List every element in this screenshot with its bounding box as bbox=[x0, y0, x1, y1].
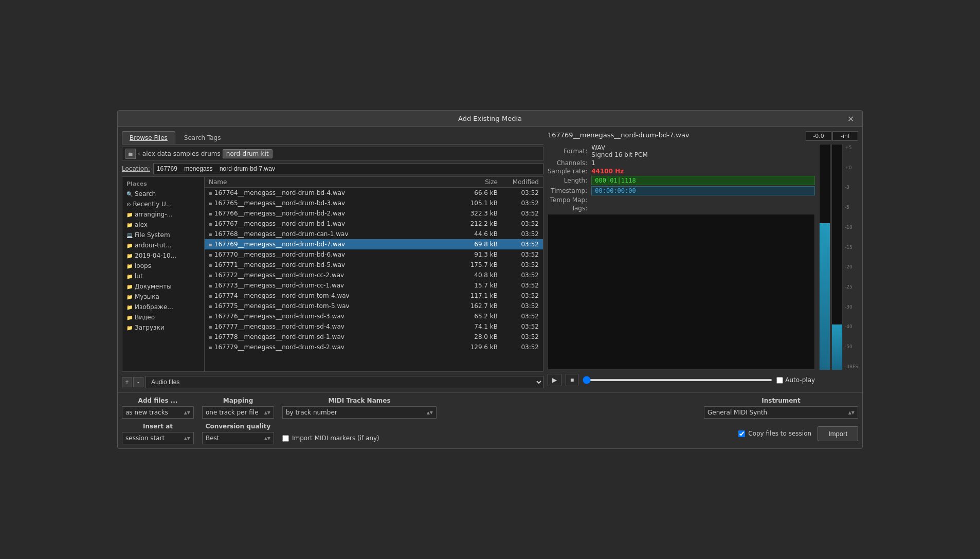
tab-browse-files[interactable]: Browse Files bbox=[122, 131, 175, 144]
folder-icon[interactable]: 🖿 bbox=[125, 149, 136, 159]
place-item[interactable]: 📁alex bbox=[122, 220, 204, 230]
place-item[interactable]: 📁lut bbox=[122, 271, 204, 281]
mapping-select[interactable]: one track per file ▲▼ bbox=[202, 406, 274, 419]
file-icon: ▪ bbox=[209, 334, 212, 340]
table-row[interactable]: ▪ 167764__menegass__nord-drum-bd-4.wav 6… bbox=[205, 188, 543, 198]
meter-channel-left bbox=[819, 144, 830, 370]
add-place-button[interactable]: + bbox=[122, 377, 132, 387]
playback-position-slider[interactable] bbox=[583, 379, 772, 381]
channels-value: 1 bbox=[591, 159, 815, 167]
add-remove-buttons: + - bbox=[122, 377, 143, 387]
stop-button[interactable]: ■ bbox=[566, 374, 578, 386]
place-item[interactable]: 📁Видео bbox=[122, 312, 204, 322]
copy-files-checkbox[interactable] bbox=[738, 430, 745, 437]
file-icon: ▪ bbox=[209, 324, 212, 330]
table-row[interactable]: ▪ 167768__menegass__nord-drum-can-1.wav … bbox=[205, 229, 543, 239]
copy-files-group: Copy files to session bbox=[738, 430, 811, 437]
place-item[interactable]: ⊙Recently U... bbox=[122, 199, 204, 209]
place-icon: 📁 bbox=[126, 243, 133, 248]
instrument-group: Instrument General MIDI Synth ▲▼ bbox=[704, 397, 858, 419]
place-icon: 📁 bbox=[126, 212, 133, 218]
table-row[interactable]: ▪ 167779__menegass__nord-drum-sd-2.wav 1… bbox=[205, 342, 543, 352]
table-row[interactable]: ▪ 167767__menegass__nord-drum-bd-1.wav 2… bbox=[205, 219, 543, 229]
files-list: ▪ 167764__menegass__nord-drum-bd-4.wav 6… bbox=[205, 188, 543, 352]
table-row[interactable]: ▪ 167775__menegass__nord-drum-tom-5.wav … bbox=[205, 301, 543, 311]
file-icon: ▪ bbox=[209, 262, 212, 268]
insert-at-group: Insert at session start ▲▼ bbox=[122, 423, 194, 444]
breadcrumb-drums[interactable]: drums bbox=[201, 150, 221, 157]
format-value: WAV Signed 16 bit PCM bbox=[591, 144, 815, 158]
place-item[interactable]: 📁arranging-... bbox=[122, 209, 204, 220]
add-files-select[interactable]: as new tracks ▲▼ bbox=[122, 406, 194, 419]
insert-at-select[interactable]: session start ▲▼ bbox=[122, 432, 194, 444]
place-item[interactable]: 📁ardour-tut... bbox=[122, 240, 204, 250]
place-item[interactable]: 🔍Search bbox=[122, 189, 204, 199]
titlebar: Add Existing Media ✕ bbox=[118, 111, 862, 127]
file-type-filter[interactable]: Audio files bbox=[146, 376, 543, 388]
place-item[interactable]: 💻File System bbox=[122, 230, 204, 240]
location-label: Location: bbox=[122, 165, 150, 172]
table-row[interactable]: ▪ 167772__menegass__nord-drum-cc-2.wav 4… bbox=[205, 270, 543, 280]
tab-search-tags[interactable]: Search Tags bbox=[176, 131, 229, 144]
place-item[interactable]: 📁Документы bbox=[122, 281, 204, 292]
table-row[interactable]: ▪ 167766__menegass__nord-drum-bd-2.wav 3… bbox=[205, 208, 543, 219]
instrument-label: Instrument bbox=[704, 397, 858, 404]
places-panel: Places 🔍Search⊙Recently U...📁arranging-.… bbox=[122, 177, 205, 371]
table-row[interactable]: ▪ 167771__menegass__nord-drum-bd-5.wav 1… bbox=[205, 260, 543, 270]
file-icon: ▪ bbox=[209, 190, 212, 196]
file-metadata: Format: WAV Signed 16 bit PCM Channels: … bbox=[548, 144, 815, 212]
autoplay-checkbox[interactable] bbox=[776, 377, 783, 384]
breadcrumb-current[interactable]: nord-drum-kit bbox=[223, 149, 273, 158]
location-input[interactable] bbox=[153, 163, 543, 174]
table-row[interactable]: ▪ 167769__menegass__nord-drum-bd-7.wav 6… bbox=[205, 239, 543, 249]
instrument-select[interactable]: General MIDI Synth ▲▼ bbox=[704, 406, 858, 419]
midi-names-select[interactable]: by track number ▲▼ bbox=[282, 406, 437, 419]
table-row[interactable]: ▪ 167765__menegass__nord-drum-bd-3.wav 1… bbox=[205, 198, 543, 208]
close-button[interactable]: ✕ bbox=[844, 113, 857, 124]
table-row[interactable]: ▪ 167777__menegass__nord-drum-sd-4.wav 7… bbox=[205, 321, 543, 332]
breadcrumb-alex[interactable]: alex bbox=[142, 150, 155, 157]
file-browser: Places 🔍Search⊙Recently U...📁arranging-.… bbox=[122, 176, 543, 372]
mapping-spinner: ▲▼ bbox=[264, 410, 270, 415]
meter-scale: +5 +0 -3 -5 -10 -15 -20 -25 -30 -40 -50 … bbox=[844, 144, 858, 370]
file-icon: ▪ bbox=[209, 303, 212, 309]
transport-bar: ▶ ■ Auto-play bbox=[548, 372, 815, 388]
import-midi-label[interactable]: Import MIDI markers (if any) bbox=[292, 435, 379, 442]
place-icon: 📁 bbox=[126, 222, 133, 228]
copy-files-label[interactable]: Copy files to session bbox=[748, 430, 811, 437]
table-row[interactable]: ▪ 167776__menegass__nord-drum-sd-3.wav 6… bbox=[205, 311, 543, 321]
import-midi-markers-group: Import MIDI markers (if any) bbox=[282, 435, 379, 442]
places-header: Places bbox=[122, 179, 204, 189]
table-row[interactable]: ▪ 167770__menegass__nord-drum-bd-6.wav 9… bbox=[205, 249, 543, 260]
conversion-spinner: ▲▼ bbox=[264, 436, 270, 441]
places-list: 🔍Search⊙Recently U...📁arranging-...📁alex… bbox=[122, 189, 204, 333]
place-item[interactable]: 📁loops bbox=[122, 261, 204, 271]
file-icon: ▪ bbox=[209, 293, 212, 299]
filter-bar: + - Audio files bbox=[122, 374, 543, 388]
meter-channel-right bbox=[831, 144, 843, 370]
file-icon: ▪ bbox=[209, 231, 212, 237]
autoplay-label[interactable]: Auto-play bbox=[785, 376, 815, 384]
format-label: Format: bbox=[548, 148, 587, 155]
file-icon: ▪ bbox=[209, 221, 212, 227]
table-row[interactable]: ▪ 167773__menegass__nord-drum-cc-1.wav 1… bbox=[205, 280, 543, 291]
place-item[interactable]: 📁Загрузки bbox=[122, 322, 204, 333]
place-icon: 📁 bbox=[126, 284, 133, 290]
conversion-quality-select[interactable]: Best ▲▼ bbox=[202, 432, 274, 444]
add-files-label: Add files ... bbox=[122, 397, 194, 404]
breadcrumb-samples[interactable]: samples bbox=[173, 150, 199, 157]
table-row[interactable]: ▪ 167774__menegass__nord-drum-tom-4.wav … bbox=[205, 291, 543, 301]
place-item[interactable]: 📁Музыка bbox=[122, 292, 204, 302]
import-midi-checkbox[interactable] bbox=[282, 435, 289, 442]
place-item[interactable]: 📁2019-04-10... bbox=[122, 250, 204, 261]
play-button[interactable]: ▶ bbox=[548, 374, 561, 386]
main-content: Browse Files Search Tags 🖿 ‹ alex data s… bbox=[118, 127, 862, 392]
breadcrumb-data[interactable]: data bbox=[157, 150, 171, 157]
breadcrumb-back[interactable]: ‹ bbox=[138, 150, 140, 157]
location-bar: Location: bbox=[122, 163, 543, 174]
import-button[interactable]: Import bbox=[818, 426, 858, 441]
remove-place-button[interactable]: - bbox=[133, 377, 143, 387]
table-row[interactable]: ▪ 167778__menegass__nord-drum-sd-1.wav 2… bbox=[205, 332, 543, 342]
place-item[interactable]: 📁Изображе... bbox=[122, 302, 204, 312]
file-icon: ▪ bbox=[209, 283, 212, 288]
